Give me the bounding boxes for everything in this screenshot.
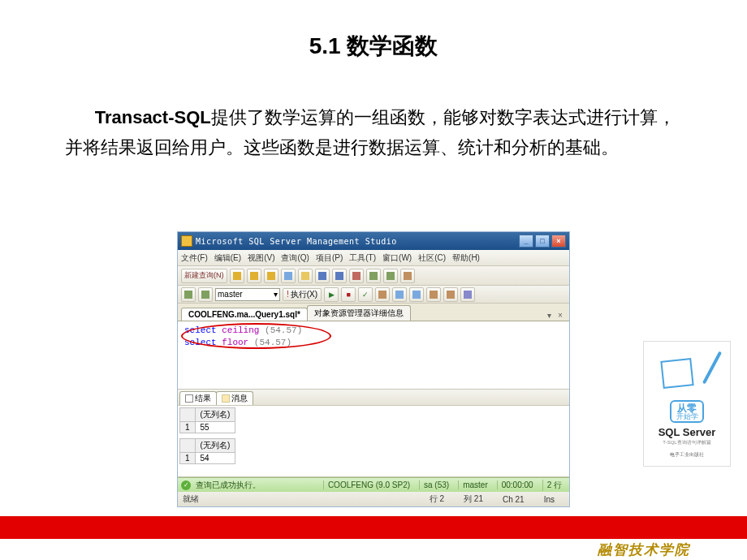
- tab-close-icon[interactable]: ×: [555, 309, 566, 321]
- ssms-window: Microsoft SQL Server Management Studio _…: [177, 231, 570, 507]
- tool-icon[interactable]: [400, 269, 415, 283]
- tab-dropdown-icon[interactable]: ▾: [543, 309, 555, 321]
- tool-icon[interactable]: [281, 269, 296, 283]
- debug-icon[interactable]: ▶: [324, 287, 339, 302]
- tool-icon[interactable]: [392, 287, 407, 302]
- success-icon: ✓: [181, 480, 191, 490]
- book-subtitle: T-SQL查询语句详解篇: [663, 439, 710, 446]
- status-ch: Ch 21: [493, 495, 534, 504]
- status-message: 查询已成功执行。: [196, 480, 261, 491]
- menu-edit[interactable]: 编辑(E): [214, 252, 241, 264]
- sql-toolbar: master▾ !执行(X) ▶ ■ ✓: [178, 286, 569, 304]
- book-title: SQL Server: [658, 426, 716, 438]
- status-ready: 就绪: [183, 493, 199, 505]
- save-all-icon[interactable]: [332, 269, 347, 283]
- cell-value[interactable]: 54: [195, 453, 235, 464]
- stop-icon[interactable]: ■: [341, 287, 356, 302]
- menu-project[interactable]: 项目(P): [316, 252, 343, 264]
- cell-value[interactable]: 55: [195, 422, 235, 433]
- tool-icon[interactable]: [426, 287, 441, 302]
- menu-bar: 文件(F) 编辑(E) 视图(V) 查询(Q) 项目(P) 工具(T) 窗口(W…: [178, 250, 569, 266]
- menu-help[interactable]: 帮助(H): [452, 252, 480, 264]
- book-badge: 从零 开始学: [670, 400, 704, 423]
- main-toolbar: 新建查询(N): [178, 266, 569, 286]
- tool-icon[interactable]: [264, 269, 279, 283]
- menu-window[interactable]: 窗口(W): [382, 252, 412, 264]
- chevron-down-icon: ▾: [274, 290, 278, 299]
- footer-bar: [0, 516, 747, 539]
- slide-title: 5.1 数学函数: [0, 0, 747, 62]
- status-rows: 2 行: [542, 480, 566, 491]
- tool-icon[interactable]: [349, 269, 364, 283]
- tool-icon[interactable]: [366, 269, 381, 283]
- tool-icon[interactable]: [383, 269, 398, 283]
- status-ins: Ins: [534, 495, 564, 504]
- new-query-button[interactable]: 新建查询(N): [181, 269, 227, 283]
- message-icon: [222, 394, 230, 403]
- tool-icon[interactable]: [409, 287, 424, 302]
- code-line: select ceiling (54.57): [184, 325, 563, 337]
- tab-object-explorer-details[interactable]: 对象资源管理器详细信息: [307, 305, 411, 321]
- tab-query1[interactable]: COOLFENG.ma...Query1.sql*: [181, 308, 308, 321]
- window-titlebar: Microsoft SQL Server Management Studio _…: [178, 232, 569, 250]
- tab-results[interactable]: 结果: [179, 391, 217, 405]
- document-tabs: COOLFENG.ma...Query1.sql* 对象资源管理器详细信息 ▾ …: [178, 304, 569, 321]
- row-number: 1: [180, 422, 196, 433]
- tool-icon[interactable]: [460, 287, 475, 302]
- tool-icon[interactable]: [198, 287, 213, 302]
- status-col: 列 21: [454, 493, 493, 505]
- tool-icon[interactable]: [247, 269, 261, 283]
- status-db: master: [458, 480, 492, 489]
- status-time: 00:00:00: [497, 480, 538, 489]
- sql-editor[interactable]: select ceiling (54.57) select floor (54.…: [178, 321, 569, 390]
- book-art: [655, 348, 719, 397]
- tool-icon[interactable]: [181, 287, 196, 302]
- close-button[interactable]: ×: [551, 235, 566, 248]
- results-pane: (无列名) 155 (无列名) 154: [178, 406, 569, 477]
- app-icon: [181, 235, 192, 247]
- window-title: Microsoft SQL Server Management Studio: [196, 237, 519, 246]
- book-cover: 从零 开始学 SQL Server T-SQL查询语句详解篇 电子工业出版社: [643, 341, 731, 467]
- menu-query[interactable]: 查询(Q): [281, 252, 309, 264]
- minimize-button[interactable]: _: [519, 235, 533, 248]
- menu-view[interactable]: 视图(V): [248, 252, 274, 264]
- save-icon[interactable]: [315, 269, 330, 283]
- tool-icon[interactable]: [230, 269, 244, 283]
- status-user: sa (53): [419, 480, 453, 489]
- execute-button[interactable]: !执行(X): [283, 288, 322, 301]
- book-publisher: 电子工业出版社: [670, 451, 704, 459]
- row-number: 1: [180, 453, 196, 464]
- body-bold: Transact-SQL: [95, 107, 211, 127]
- tool-icon[interactable]: [375, 287, 390, 302]
- tab-messages[interactable]: 消息: [216, 391, 253, 405]
- menu-community[interactable]: 社区(C): [418, 252, 446, 264]
- query-status-bar: ✓ 查询已成功执行。 COOLFENG (9.0 SP2) sa (53) ma…: [178, 477, 569, 492]
- tool-icon[interactable]: [443, 287, 458, 302]
- parse-icon[interactable]: ✓: [358, 287, 373, 302]
- status-line: 行 2: [420, 493, 454, 505]
- slide-body: Transact-SQL提供了数学运算的一组函数，能够对数字表达式进行计算，并将…: [0, 62, 747, 163]
- code-line: select floor (54.57): [184, 337, 563, 349]
- results-tabbar: 结果 消息: [178, 390, 569, 406]
- menu-tools[interactable]: 工具(T): [349, 252, 376, 264]
- footer-org: 融智技术学院: [598, 539, 690, 560]
- column-header[interactable]: (无列名): [195, 408, 235, 422]
- maximize-button[interactable]: □: [535, 235, 550, 248]
- result-grid-2: (无列名) 154: [179, 438, 568, 464]
- grid-icon: [185, 394, 193, 403]
- result-grid-1: (无列名) 155: [179, 407, 568, 433]
- editor-status-bar: 就绪 行 2 列 21 Ch 21 Ins: [178, 492, 569, 506]
- open-icon[interactable]: [298, 269, 313, 283]
- status-server: COOLFENG (9.0 SP2): [323, 480, 414, 489]
- menu-file[interactable]: 文件(F): [181, 252, 208, 264]
- column-header[interactable]: (无列名): [195, 439, 235, 453]
- database-select[interactable]: master▾: [215, 288, 280, 301]
